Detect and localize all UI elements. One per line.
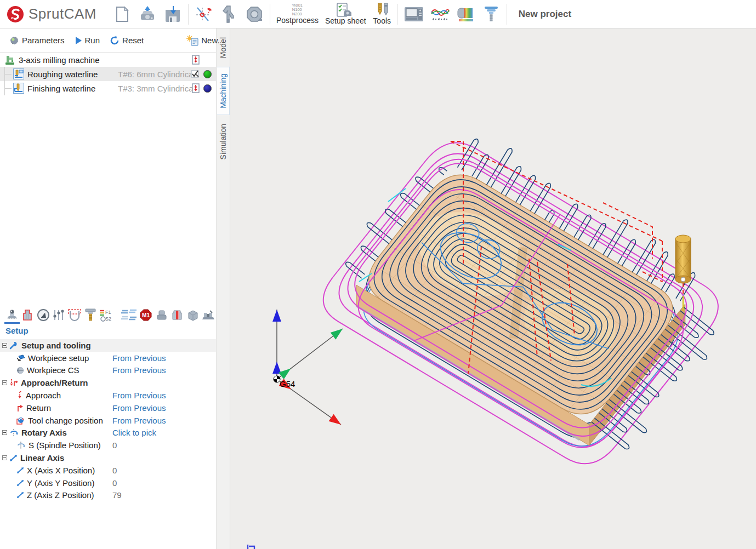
param-row-rotary-axis[interactable]: Rotary Axis Click to pick: [0, 427, 216, 439]
param-row-approach-return[interactable]: Approach/Return: [0, 376, 216, 389]
graphs-button[interactable]: [427, 1, 453, 28]
tree-connector: [4, 67, 13, 81]
tree-item-machine[interactable]: 3-axis milling machine: [0, 53, 216, 67]
open-project-button[interactable]: [135, 1, 160, 28]
milling-machine-icon: [4, 54, 15, 65]
tape-measure-button[interactable]: [242, 1, 267, 28]
param-row-setup-and-tooling[interactable]: Setup and tooling: [0, 339, 216, 352]
snap-magnet-icon: [195, 5, 213, 23]
holder-tab-icon[interactable]: [169, 306, 185, 324]
param-value-link[interactable]: From Previous: [112, 365, 166, 375]
param-row-workpiece-cs[interactable]: Workpiece CS From Previous: [0, 364, 216, 377]
param-value[interactable]: 0: [112, 441, 117, 450]
param-row-approach[interactable]: Approach From Previous: [0, 389, 216, 402]
tab-model[interactable]: Model: [217, 31, 229, 64]
tree-item-finishing-waterline[interactable]: Finishing waterline T#3: 3mm Cylindrica: [0, 81, 216, 95]
measure-caliper-button[interactable]: [217, 1, 242, 28]
setup-parameters-table: Setup and tooling Workpiece setup From P…: [0, 339, 216, 549]
param-value-link[interactable]: Click to pick: [112, 428, 156, 437]
operation-label: Finishing waterline: [27, 84, 95, 93]
param-value-link[interactable]: From Previous: [112, 391, 166, 400]
tools-button[interactable]: Tools: [370, 1, 395, 28]
param-row-linear-axis[interactable]: Linear Axis: [0, 451, 216, 464]
param-row-spindle-position[interactable]: S (Spindle Position) 0: [0, 439, 216, 451]
param-value-link[interactable]: From Previous: [112, 416, 166, 425]
tool-tab-icon[interactable]: [83, 306, 98, 324]
param-value-link[interactable]: From Previous: [112, 403, 166, 413]
run-icon: [75, 36, 82, 45]
levels-tab-icon[interactable]: [120, 306, 138, 324]
collapse-expander[interactable]: [2, 455, 7, 460]
vise-tab-icon[interactable]: [201, 306, 217, 324]
sprutcam-window: SprutCAM: [0, 0, 756, 549]
tool-cylinder: [675, 235, 691, 311]
parameters-label: Parameters: [22, 36, 65, 45]
edited-check-icon[interactable]: [191, 70, 200, 78]
toolbar-separator: [188, 4, 189, 25]
graphs-icon: [430, 6, 450, 22]
postprocess-button[interactable]: %001 N100 N200 Postprocess: [273, 1, 322, 28]
viewport-3d[interactable]: G54: [230, 28, 756, 549]
save-project-button[interactable]: [160, 1, 185, 28]
param-row-axis-y[interactable]: Y (Axis Y Position) 0: [0, 477, 216, 489]
material-block-icon: [457, 6, 475, 22]
workpiece-tab-icon[interactable]: [20, 306, 36, 324]
axis-arrow-icon: [16, 491, 24, 499]
return-icon: [16, 404, 24, 412]
status-ball-green: [203, 70, 212, 78]
svg-text:M1: M1: [142, 312, 150, 318]
svg-text:F1: F1: [105, 310, 111, 315]
material-block-button[interactable]: [453, 1, 479, 28]
g-code-icon[interactable]: [192, 55, 200, 65]
reset-icon: [110, 36, 120, 45]
spindle-tool-button[interactable]: [479, 1, 504, 28]
tool-change-position-icon: [16, 416, 25, 425]
param-value-link[interactable]: From Previous: [112, 353, 166, 363]
snap-settings-button[interactable]: [191, 1, 217, 28]
param-row-return[interactable]: Return From Previous: [0, 402, 216, 414]
machine-control-button[interactable]: [401, 1, 427, 28]
rotary-axis-icon: [9, 428, 19, 437]
new-document-button[interactable]: [110, 1, 135, 28]
tape-measure-icon: [246, 5, 263, 23]
param-row-axis-x[interactable]: X (Axis X Position) 0: [0, 464, 216, 477]
compass-tab-icon[interactable]: [36, 306, 51, 324]
fixture-tab-icon[interactable]: [154, 306, 169, 324]
adjust-tab-icon[interactable]: [52, 306, 67, 324]
collapse-expander[interactable]: [2, 380, 7, 385]
workpiece-setup-icon: [16, 354, 25, 362]
sprutcam-logo-icon: [5, 4, 25, 24]
setup-tab-icon[interactable]: [4, 306, 20, 324]
param-value[interactable]: 0: [112, 478, 117, 488]
param-value[interactable]: 0: [112, 466, 117, 475]
param-row-axis-z[interactable]: Z (Axis Z Position) 79: [0, 489, 216, 502]
approach-contour-tab-icon[interactable]: [67, 306, 82, 324]
operation-tool: T#6: 6mm Cylindrica: [118, 70, 194, 79]
tab-simulation[interactable]: Simulation: [217, 118, 229, 165]
feeds-speeds-tab-icon[interactable]: F1 S2: [98, 306, 118, 324]
cam-scene: G54: [230, 28, 755, 549]
tab-machining[interactable]: Machining: [217, 67, 230, 115]
param-row-tool-change-position[interactable]: Tool change position From Previous: [0, 414, 216, 427]
operation-command-bar: Parameters Run Reset: [0, 28, 216, 53]
param-value[interactable]: 79: [112, 490, 122, 500]
stop-codes-tab-icon[interactable]: M1: [138, 306, 154, 324]
axis-arrow-icon: [16, 467, 24, 474]
g-code-icon[interactable]: [192, 83, 200, 93]
setup-sheet-button[interactable]: Setup sheet: [322, 1, 370, 28]
approach-return-icon: [9, 379, 18, 387]
save-project-icon: [164, 5, 181, 23]
reset-button[interactable]: Reset: [105, 36, 149, 45]
run-button[interactable]: Run: [70, 36, 105, 45]
postprocess-label: Postprocess: [276, 16, 319, 25]
solid-block-tab-icon[interactable]: [185, 306, 201, 324]
collapse-expander[interactable]: [2, 343, 7, 348]
tree-item-roughing-waterline[interactable]: Roughing waterline T#6: 6mm Cylindrica: [0, 67, 216, 81]
parameters-button[interactable]: Parameters: [4, 36, 70, 45]
operation-tool: T#3: 3mm Cylindrica: [118, 84, 194, 93]
wcs-triad: G54: [272, 310, 343, 425]
collapse-expander[interactable]: [2, 430, 7, 435]
app-logo: SprutCAM: [5, 4, 96, 24]
param-row-workpiece-setup[interactable]: Workpiece setup From Previous: [0, 352, 216, 364]
svg-text:S2: S2: [105, 316, 111, 322]
